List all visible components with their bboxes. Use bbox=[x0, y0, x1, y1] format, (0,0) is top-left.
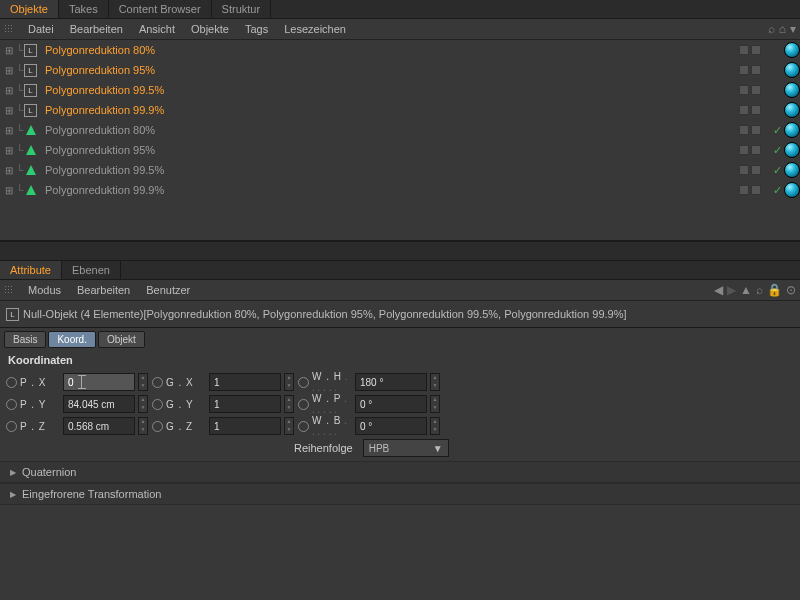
coord-input[interactable]: 180 ° bbox=[355, 373, 427, 391]
spinner[interactable]: ▲▼ bbox=[430, 373, 440, 391]
coord-input[interactable]: 1 bbox=[209, 373, 281, 391]
object-row[interactable]: ⊞└Polygonreduktion 99.5%✓ bbox=[0, 160, 800, 180]
expand-icon: ▶ bbox=[10, 468, 16, 477]
tree-expand-icon[interactable]: ⊞ bbox=[4, 65, 14, 76]
spinner[interactable]: ▲▼ bbox=[138, 417, 148, 435]
object-menu-bar: Datei Bearbeiten Ansicht Objekte Tags Le… bbox=[0, 19, 800, 40]
visibility-toggle[interactable] bbox=[730, 125, 770, 135]
material-tag-icon[interactable] bbox=[784, 82, 800, 98]
visibility-toggle[interactable] bbox=[730, 185, 770, 195]
spinner[interactable]: ▲▼ bbox=[284, 395, 294, 413]
lock-icon[interactable]: 🔒 bbox=[767, 283, 782, 297]
coord-input[interactable]: 0 ° bbox=[355, 395, 427, 413]
tab-basis[interactable]: Basis bbox=[4, 331, 46, 348]
accordion-eingefrorene[interactable]: ▶ Eingefrorene Transformation bbox=[0, 483, 800, 505]
visibility-toggle[interactable] bbox=[730, 145, 770, 155]
tree-expand-icon[interactable]: ⊞ bbox=[4, 45, 14, 56]
object-row[interactable]: ⊞└LPolygonreduktion 95% bbox=[0, 60, 800, 80]
object-row[interactable]: ⊞└LPolygonreduktion 99.9% bbox=[0, 100, 800, 120]
object-row[interactable]: ⊞└Polygonreduktion 99.9%✓ bbox=[0, 180, 800, 200]
coord-input[interactable]: 1 bbox=[209, 417, 281, 435]
spinner[interactable]: ▲▼ bbox=[284, 373, 294, 391]
visibility-toggle[interactable] bbox=[730, 45, 770, 55]
menu-benutzer[interactable]: Benutzer bbox=[138, 282, 198, 298]
anim-ring-icon[interactable] bbox=[152, 377, 163, 388]
material-tag-icon[interactable] bbox=[784, 42, 800, 58]
menu-datei[interactable]: Datei bbox=[20, 21, 62, 37]
spinner[interactable]: ▲▼ bbox=[138, 395, 148, 413]
spinner[interactable]: ▲▼ bbox=[430, 417, 440, 435]
coord-cell-gz: G . Z1▲▼ bbox=[152, 417, 294, 435]
material-tag-icon[interactable] bbox=[784, 122, 800, 138]
material-tag-icon[interactable] bbox=[784, 102, 800, 118]
tab-takes[interactable]: Takes bbox=[59, 0, 109, 18]
panel-divider bbox=[0, 241, 800, 261]
home-icon[interactable]: ⌂ bbox=[779, 22, 786, 36]
spinner[interactable]: ▲▼ bbox=[138, 373, 148, 391]
order-dropdown[interactable]: HPB▼ bbox=[363, 439, 449, 457]
nav-back-icon[interactable]: ◀ bbox=[714, 283, 723, 297]
visibility-toggle[interactable] bbox=[730, 165, 770, 175]
tree-expand-icon[interactable]: ⊞ bbox=[4, 185, 14, 196]
anim-ring-icon[interactable] bbox=[6, 377, 17, 388]
visibility-toggle[interactable] bbox=[730, 85, 770, 95]
anim-ring-icon[interactable] bbox=[6, 399, 17, 410]
spinner[interactable]: ▲▼ bbox=[430, 395, 440, 413]
material-tag-icon[interactable] bbox=[784, 142, 800, 158]
tree-expand-icon[interactable]: ⊞ bbox=[4, 145, 14, 156]
tab-koord[interactable]: Koord. bbox=[48, 331, 95, 348]
coord-input[interactable]: 84.045 cm bbox=[63, 395, 135, 413]
material-tag-icon[interactable] bbox=[784, 182, 800, 198]
menu-bearbeiten2[interactable]: Bearbeiten bbox=[69, 282, 138, 298]
grip-icon[interactable] bbox=[4, 285, 14, 295]
material-tag-icon[interactable] bbox=[784, 162, 800, 178]
visibility-toggle[interactable] bbox=[730, 65, 770, 75]
tab-objekt[interactable]: Objekt bbox=[98, 331, 145, 348]
menu-bearbeiten[interactable]: Bearbeiten bbox=[62, 21, 131, 37]
search-icon[interactable]: ⌕ bbox=[756, 283, 763, 297]
menu-tags[interactable]: Tags bbox=[237, 21, 276, 37]
anim-ring-icon[interactable] bbox=[298, 377, 309, 388]
menu-lesezeichen[interactable]: Lesezeichen bbox=[276, 21, 354, 37]
anim-ring-icon[interactable] bbox=[298, 421, 309, 432]
settings-icon[interactable]: ⊙ bbox=[786, 283, 796, 297]
tab-content-browser[interactable]: Content Browser bbox=[109, 0, 212, 18]
object-row[interactable]: ⊞└LPolygonreduktion 99.5% bbox=[0, 80, 800, 100]
object-name: Polygonreduktion 99.5% bbox=[43, 84, 728, 96]
anim-ring-icon[interactable] bbox=[152, 421, 163, 432]
top-tab-row: Objekte Takes Content Browser Struktur bbox=[0, 0, 800, 19]
menu-modus[interactable]: Modus bbox=[20, 282, 69, 298]
anim-ring-icon[interactable] bbox=[152, 399, 163, 410]
menu-objekte[interactable]: Objekte bbox=[183, 21, 237, 37]
anim-ring-icon[interactable] bbox=[6, 421, 17, 432]
search-icon[interactable]: ⌕ bbox=[768, 22, 775, 36]
object-row[interactable]: ⊞└Polygonreduktion 95%✓ bbox=[0, 140, 800, 160]
up-icon[interactable]: ▲ bbox=[740, 283, 752, 297]
coord-input[interactable]: 0.568 cm bbox=[63, 417, 135, 435]
polygon-object-icon bbox=[26, 185, 36, 195]
null-object-icon: L bbox=[24, 44, 37, 57]
tab-attribute[interactable]: Attribute bbox=[0, 261, 62, 279]
object-row[interactable]: ⊞└LPolygonreduktion 80% bbox=[0, 40, 800, 60]
coord-input[interactable]: 0 bbox=[63, 373, 135, 391]
material-tag-icon[interactable] bbox=[784, 62, 800, 78]
visibility-toggle[interactable] bbox=[730, 105, 770, 115]
tab-ebenen[interactable]: Ebenen bbox=[62, 261, 121, 279]
tree-expand-icon[interactable]: ⊞ bbox=[4, 165, 14, 176]
tab-objekte[interactable]: Objekte bbox=[0, 0, 59, 18]
anim-ring-icon[interactable] bbox=[298, 399, 309, 410]
dropdown-icon[interactable]: ▾ bbox=[790, 22, 796, 36]
object-name: Polygonreduktion 99.5% bbox=[43, 164, 728, 176]
accordion-quaternion[interactable]: ▶ Quaternion bbox=[0, 461, 800, 483]
nav-fwd-icon[interactable]: ▶ bbox=[727, 283, 736, 297]
tree-expand-icon[interactable]: ⊞ bbox=[4, 125, 14, 136]
menu-ansicht[interactable]: Ansicht bbox=[131, 21, 183, 37]
tab-struktur[interactable]: Struktur bbox=[212, 0, 272, 18]
grip-icon[interactable] bbox=[4, 24, 14, 34]
object-row[interactable]: ⊞└Polygonreduktion 80%✓ bbox=[0, 120, 800, 140]
coord-input[interactable]: 0 ° bbox=[355, 417, 427, 435]
coord-input[interactable]: 1 bbox=[209, 395, 281, 413]
spinner[interactable]: ▲▼ bbox=[284, 417, 294, 435]
tree-expand-icon[interactable]: ⊞ bbox=[4, 105, 14, 116]
tree-expand-icon[interactable]: ⊞ bbox=[4, 85, 14, 96]
